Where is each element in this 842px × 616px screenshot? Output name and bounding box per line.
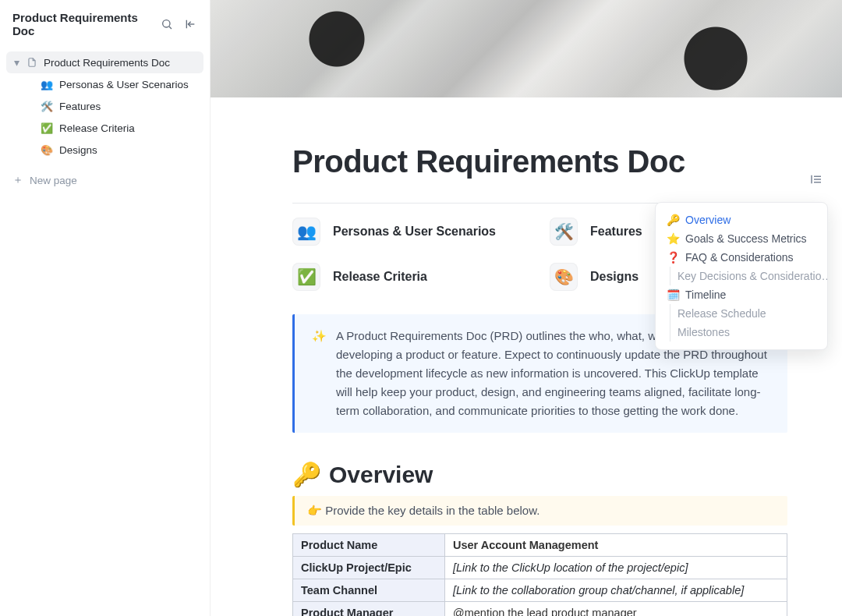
svg-line-1	[169, 27, 172, 29]
star-icon: ⭐	[667, 232, 679, 245]
toc-item-milestones[interactable]: Milestones	[656, 323, 827, 342]
tree-root[interactable]: ▾ Product Requirements Doc	[6, 51, 203, 73]
page-title: Product Requirements Doc	[292, 144, 842, 179]
link-personas[interactable]: 👥 Personas & User Scenarios	[292, 218, 550, 246]
designs-icon: 🎨	[41, 144, 53, 156]
new-page-label: New page	[30, 175, 77, 186]
overview-tip: 👉 Provide the key details in the table b…	[292, 496, 787, 526]
table-val[interactable]: User Account Management	[445, 534, 787, 557]
svg-point-0	[163, 20, 170, 27]
plus-icon: ＋	[12, 173, 23, 187]
toc-item-overview[interactable]: 🔑 Overview	[656, 211, 827, 229]
toc-item-goals[interactable]: ⭐ Goals & Success Metrics	[656, 229, 827, 248]
tree-item-label: Features	[59, 101, 101, 112]
features-icon: 🛠️	[41, 101, 53, 112]
tree-item-release[interactable]: ✅ Release Criteria	[6, 117, 203, 139]
sparkles-icon: ✨	[312, 327, 327, 420]
release-icon: ✅	[41, 122, 53, 134]
toc-label: Key Decisions & Consideratio…	[677, 270, 827, 282]
sidebar-header: Product Requirements Doc	[0, 0, 210, 48]
toc-label: Timeline	[685, 289, 726, 301]
table-val[interactable]: [Link to the collaboration group chat/ch…	[445, 579, 787, 602]
table-val[interactable]: @mention the lead product manager	[445, 602, 787, 617]
page-tree: ▾ Product Requirements Doc 👥 Personas & …	[0, 48, 210, 164]
point-right-icon: 👉	[307, 504, 322, 517]
key-icon: 🔑	[292, 461, 321, 488]
toc-label: FAQ & Considerations	[685, 251, 794, 264]
collapse-sidebar-icon[interactable]	[182, 16, 199, 33]
table-key: Product Manager	[293, 602, 445, 617]
link-label: Designs	[590, 270, 639, 284]
table-row: ClickUp Project/Epic [Link to the ClickU…	[293, 557, 787, 579]
toc-label: Goals & Success Metrics	[685, 232, 807, 245]
outline-popover: 🔑 Overview ⭐ Goals & Success Metrics ❓ F…	[655, 202, 828, 350]
question-icon: ❓	[667, 251, 679, 264]
table-row: Team Channel [Link to the collaboration …	[293, 579, 787, 602]
link-label: Features	[590, 225, 642, 239]
sidebar: Product Requirements Doc ▾ Product Requi…	[0, 0, 210, 616]
table-row: Product Name User Account Management	[293, 534, 787, 557]
key-icon: 🔑	[667, 214, 679, 226]
cover-image	[210, 0, 842, 97]
tree-item-features[interactable]: 🛠️ Features	[6, 95, 203, 117]
link-label: Release Criteria	[333, 270, 427, 284]
overview-heading-text: Overview	[329, 462, 433, 488]
outline-toggle-icon[interactable]	[805, 168, 827, 190]
sidebar-title: Product Requirements Doc	[12, 11, 152, 37]
link-release[interactable]: ✅ Release Criteria	[292, 263, 550, 291]
tree-item-personas[interactable]: 👥 Personas & User Scenarios	[6, 73, 203, 95]
tree-item-label: Designs	[59, 144, 97, 156]
table-key: ClickUp Project/Epic	[293, 557, 445, 579]
designs-icon: 🎨	[550, 263, 578, 291]
overview-tip-text: Provide the key details in the table bel…	[325, 504, 540, 517]
table-key: Team Channel	[293, 579, 445, 602]
doc-icon	[27, 57, 37, 68]
table-key: Product Name	[293, 534, 445, 557]
personas-icon: 👥	[292, 218, 320, 246]
link-label: Personas & User Scenarios	[333, 225, 496, 239]
features-icon: 🛠️	[550, 218, 578, 246]
chevron-down-icon: ▾	[12, 56, 20, 69]
tree-item-designs[interactable]: 🎨 Designs	[6, 139, 203, 161]
tree-item-label: Release Criteria	[59, 122, 135, 134]
toc-item-release-schedule[interactable]: Release Schedule	[656, 304, 827, 323]
toc-item-timeline[interactable]: 🗓️ Timeline	[656, 285, 827, 304]
toc-label: Milestones	[677, 326, 730, 338]
table-row: Product Manager @mention the lead produc…	[293, 602, 787, 617]
table-val[interactable]: [Link to the ClickUp location of the pro…	[445, 557, 787, 579]
toc-item-key-decisions[interactable]: Key Decisions & Consideratio…	[656, 267, 827, 285]
toc-label: Release Schedule	[677, 307, 766, 320]
tree-root-label: Product Requirements Doc	[44, 57, 170, 69]
tree-item-label: Personas & User Scenarios	[59, 79, 189, 90]
search-icon[interactable]	[158, 16, 175, 33]
calendar-icon: 🗓️	[667, 289, 679, 301]
toc-label: Overview	[685, 214, 731, 226]
overview-heading: 🔑 Overview	[292, 461, 842, 488]
personas-icon: 👥	[41, 79, 53, 90]
overview-table: Product Name User Account Management Cli…	[292, 533, 787, 616]
toc-item-faq[interactable]: ❓ FAQ & Considerations	[656, 248, 827, 267]
release-icon: ✅	[292, 263, 320, 291]
new-page-button[interactable]: ＋ New page	[0, 168, 210, 192]
